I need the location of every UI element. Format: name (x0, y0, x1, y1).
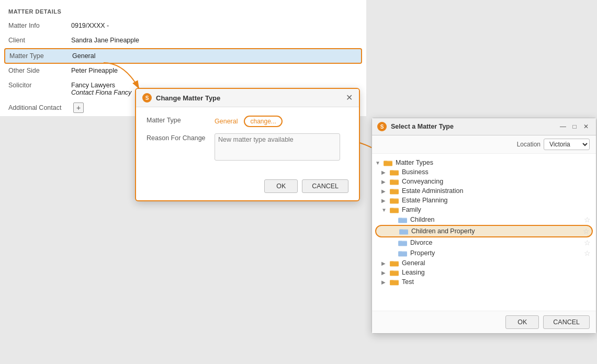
client-label: Client (8, 37, 71, 44)
tree-item-estate-administration[interactable]: ▶ Estate Administration (375, 186, 593, 196)
select-dialog-header: S Select a Matter Type — □ ✕ (372, 118, 596, 135)
star-icon[interactable]: ☆ (583, 227, 590, 235)
select-dialog-cancel-button[interactable]: CANCEL (543, 315, 590, 329)
svg-rect-39 (390, 281, 399, 285)
tree-label: Leasing (402, 269, 591, 276)
change-dialog-title: Change Matter Type (156, 94, 346, 102)
select-dialog-ok-button[interactable]: OK (505, 315, 539, 329)
other-side-label: Other Side (8, 67, 71, 74)
svg-rect-24 (399, 230, 408, 234)
tree-toggle[interactable]: ▶ (381, 198, 389, 203)
tree-item-test[interactable]: ▶ Test (375, 277, 593, 287)
change-matter-type-row: Matter Type General change... (147, 116, 348, 127)
change-dialog-footer: OK CANCEL (136, 175, 359, 200)
tree-item-divorce[interactable]: Divorce☆ (375, 237, 593, 248)
folder-icon (390, 206, 399, 213)
tree-item-matter-types[interactable]: ▼ Matter Types (375, 158, 593, 167)
tree-label: Estate Planning (402, 197, 591, 204)
additional-contact-label: Additional Contact (8, 104, 71, 111)
tree-toggle[interactable]: ▶ (381, 270, 389, 276)
folder-icon (390, 187, 399, 195)
tree-label: Children (410, 216, 582, 223)
maximize-button[interactable]: □ (570, 122, 579, 131)
change-dialog-ok-button[interactable]: OK (264, 179, 298, 193)
tree-item-business[interactable]: ▶ Business (375, 167, 593, 177)
solicitor-value: Fancy Lawyers (71, 82, 131, 89)
svg-rect-40 (390, 280, 393, 282)
select-dialog-icon: S (377, 122, 387, 131)
tree-item-children-and-property[interactable]: Children and Property☆ (375, 225, 593, 237)
tree-item-estate-planning[interactable]: ▶ Estate Planning (375, 196, 593, 205)
tree-item-family[interactable]: ▼ Family (375, 205, 593, 214)
svg-rect-21 (398, 219, 407, 223)
tree-toggle[interactable]: ▶ (381, 260, 389, 266)
subfolder-icon (399, 228, 409, 235)
location-select[interactable]: Victoria (544, 139, 590, 150)
svg-rect-36 (390, 271, 399, 276)
subfolder-icon (398, 239, 408, 246)
svg-rect-6 (390, 171, 399, 175)
solicitor-label: Solicitor (8, 82, 71, 89)
tree-toggle[interactable]: ▶ (381, 279, 389, 285)
tree-item-conveyancing[interactable]: ▶ Conveyancing (375, 177, 593, 186)
star-icon[interactable]: ☆ (584, 238, 591, 247)
matter-info-row: Matter Info 0919/XXXX - (0, 19, 366, 33)
tree-label: General (402, 259, 591, 267)
svg-rect-37 (390, 271, 393, 272)
folder-icon (390, 168, 399, 176)
svg-rect-30 (398, 252, 407, 256)
add-contact-button[interactable]: + (73, 103, 84, 113)
select-dialog-toolbar: Location Victoria (372, 135, 596, 154)
change-matter-type-label: Matter Type (147, 116, 215, 124)
other-side-row: Other Side Peter Pineapple (0, 64, 366, 78)
svg-rect-9 (390, 180, 399, 185)
select-dialog-footer: OK CANCEL (372, 311, 596, 333)
tree-label: Matter Types (396, 159, 591, 166)
subfolder-icon (398, 249, 408, 257)
svg-rect-3 (384, 162, 392, 166)
svg-rect-16 (390, 199, 393, 200)
tree-toggle[interactable]: ▶ (381, 169, 389, 175)
svg-rect-4 (384, 161, 387, 163)
folder-icon (390, 269, 399, 276)
tree-label: Test (402, 278, 591, 286)
folder-icon (390, 278, 399, 286)
select-matter-type-dialog: S Select a Matter Type — □ ✕ Location Vi… (371, 118, 596, 334)
minimize-button[interactable]: — (558, 122, 568, 131)
subfolder-icon (398, 216, 408, 223)
tree-label: Divorce (410, 239, 582, 246)
svg-rect-27 (398, 242, 407, 246)
change-dialog-close-button[interactable]: ✕ (346, 94, 353, 102)
star-icon[interactable]: ☆ (584, 215, 591, 224)
matter-type-value: General (72, 52, 95, 60)
tree-label: Business (402, 168, 591, 176)
change-dialog-cancel-button[interactable]: CANCEL (302, 179, 348, 193)
tree-item-property[interactable]: Property☆ (375, 248, 593, 258)
matter-info-label: Matter Info (8, 22, 71, 29)
change-matter-type-dialog: S Change Matter Type ✕ Matter Type Gener… (135, 88, 360, 201)
tree-toggle[interactable]: ▶ (381, 188, 389, 194)
matter-details-title: MATTER DETAILS (0, 6, 366, 19)
tree-label: Conveyancing (402, 178, 591, 185)
reason-for-change-input[interactable] (215, 133, 340, 161)
tree-item-general[interactable]: ▶ General (375, 258, 593, 268)
change-matter-type-button[interactable]: change... (244, 116, 282, 127)
change-matter-type-value-group: General change... (215, 116, 283, 127)
tree-item-children[interactable]: Children☆ (375, 214, 593, 225)
star-icon[interactable]: ☆ (584, 249, 591, 257)
matter-type-row: Matter Type General (4, 48, 362, 64)
svg-rect-25 (399, 230, 403, 231)
svg-rect-10 (390, 180, 393, 181)
tree-toggle[interactable]: ▼ (375, 160, 382, 166)
tree-toggle[interactable]: ▶ (381, 179, 389, 185)
folder-icon (390, 178, 399, 185)
change-dialog-header: S Change Matter Type ✕ (136, 89, 359, 107)
tree-item-leasing[interactable]: ▶ Leasing (375, 268, 593, 277)
close-button[interactable]: ✕ (581, 122, 591, 131)
client-value: Sandra Jane Pineapple (71, 37, 139, 44)
svg-rect-18 (390, 209, 399, 213)
svg-rect-13 (390, 189, 393, 191)
tree-label: Property (410, 249, 582, 257)
tree-toggle[interactable]: ▼ (381, 207, 389, 213)
svg-rect-7 (390, 170, 393, 172)
